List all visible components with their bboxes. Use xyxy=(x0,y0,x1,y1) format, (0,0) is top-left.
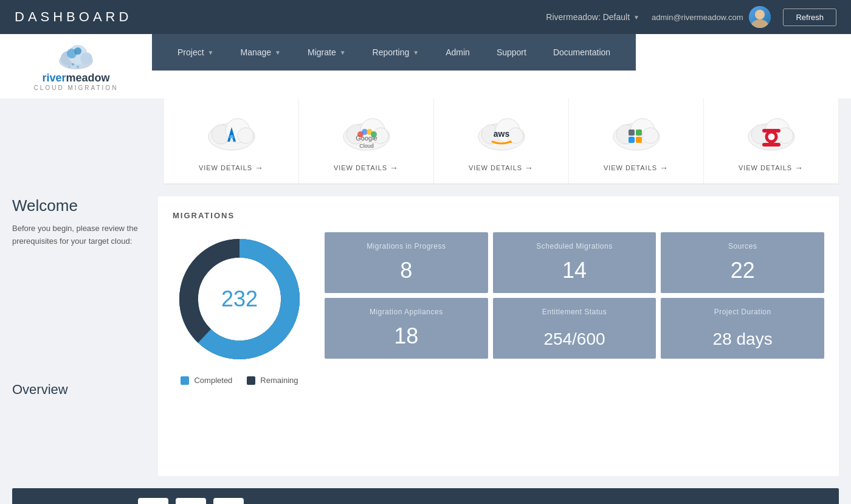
logo-cloud-icon xyxy=(55,41,97,72)
cloud-card-vmware[interactable]: VIEW DETAILS → xyxy=(569,98,704,184)
nav-project-chevron-icon: ▼ xyxy=(208,49,214,56)
welcome-text: Before you begin, please review the prer… xyxy=(12,223,146,248)
vmware-logo-icon xyxy=(609,114,664,156)
sidebar: Welcome Before you begin, please review … xyxy=(12,196,146,476)
aws-logo-icon: aws xyxy=(474,114,529,156)
svg-rect-39 xyxy=(629,137,635,143)
openstack-view-details-link[interactable]: VIEW DETAILS → xyxy=(739,159,804,176)
cloud-card-azure[interactable]: VIEW DETAILS → xyxy=(164,98,299,184)
svg-point-10 xyxy=(69,66,71,68)
main-content: Welcome Before you begin, please review … xyxy=(0,184,851,488)
azure-arrow-icon: → xyxy=(255,163,264,173)
openstack-link-text: VIEW DETAILS xyxy=(739,164,792,171)
legend-completed-box xyxy=(181,376,189,385)
logo-river: river xyxy=(42,72,66,84)
nav-item-documentation[interactable]: Documentation xyxy=(540,34,624,71)
stat-card-migrations-in-progress: Migrations in Progress 8 xyxy=(325,232,488,293)
nav-project-label: Project xyxy=(177,47,204,57)
overview-title: Overview xyxy=(12,382,146,398)
logo-sub: CLOUD MIGRATION xyxy=(34,85,119,91)
legend-remaining-label: Remaining xyxy=(260,376,298,385)
stat-card-scheduled-migrations: Scheduled Migrations 14 xyxy=(493,232,656,293)
stat-value-4: 254/600 xyxy=(543,330,605,349)
svg-rect-40 xyxy=(636,137,642,143)
svg-point-14 xyxy=(238,128,253,143)
target-cloud-vmware-icon[interactable] xyxy=(213,498,244,504)
welcome-title: Welcome xyxy=(12,196,146,215)
aws-link-text: VIEW DETAILS xyxy=(469,164,522,171)
nav-support-label: Support xyxy=(497,47,526,57)
logo-section: rivermeadow CLOUD MIGRATION xyxy=(0,34,152,98)
refresh-button[interactable]: Refresh xyxy=(783,9,836,26)
svg-point-0 xyxy=(755,10,765,19)
nav-item-reporting[interactable]: Reporting ▼ xyxy=(359,34,433,71)
nav-item-migrate[interactable]: Migrate ▼ xyxy=(294,34,359,71)
logo-brand: rivermeadow xyxy=(42,72,109,85)
nav-item-admin[interactable]: Admin xyxy=(432,34,483,71)
azure-logo-area xyxy=(204,111,259,159)
cloud-card-aws[interactable]: aws VIEW DETAILS → xyxy=(434,98,569,184)
legend-remaining-box xyxy=(247,376,255,385)
stat-label-4: Entitlement Status xyxy=(542,308,607,316)
stat-label-5: Project Duration xyxy=(714,308,771,316)
gcp-link-text: VIEW DETAILS xyxy=(334,164,387,171)
stat-label-1: Scheduled Migrations xyxy=(536,242,612,250)
logo-meadow: meadow xyxy=(66,72,110,84)
gcp-arrow-icon: → xyxy=(390,163,399,173)
cloud-strip-wrapper: VIEW DETAILS → Google Cloud xyxy=(0,98,851,184)
vmware-view-details-link[interactable]: VIEW DETAILS → xyxy=(604,159,669,176)
avatar-image xyxy=(749,6,771,28)
nav-item-support[interactable]: Support xyxy=(483,34,540,71)
svg-rect-38 xyxy=(636,129,642,136)
overview-card: MIGRATIONS xyxy=(158,196,839,476)
target-clouds-strip: TARGET CLOUDS xyxy=(12,488,839,504)
azure-logo-icon xyxy=(204,114,259,156)
azure-view-details-link[interactable]: VIEW DETAILS → xyxy=(199,159,264,176)
nav-migrate-chevron-icon: ▼ xyxy=(340,49,346,56)
svg-point-8 xyxy=(72,63,74,66)
stat-label-2: Sources xyxy=(728,242,757,250)
donut-center-value: 232 xyxy=(221,286,258,312)
stat-label-0: Migrations in Progress xyxy=(367,242,446,250)
openstack-logo-area xyxy=(744,111,799,159)
aws-arrow-icon: → xyxy=(525,163,534,173)
logo-wrapper: rivermeadow CLOUD MIGRATION xyxy=(34,41,119,91)
migrations-title: MIGRATIONS xyxy=(173,211,824,220)
gcp-view-details-link[interactable]: VIEW DETAILS → xyxy=(334,159,399,176)
target-cloud-azure-icon[interactable] xyxy=(138,498,168,504)
target-cloud-icons xyxy=(138,498,244,504)
target-cloud-gcp-icon[interactable] xyxy=(176,498,206,504)
svg-point-9 xyxy=(77,66,79,68)
aws-view-details-link[interactable]: VIEW DETAILS → xyxy=(469,159,534,176)
dashboard-title: DASHBOARD xyxy=(15,9,132,25)
gcp-logo-area: Google Cloud xyxy=(339,111,394,159)
topbar: DASHBOARD Rivermeadow: Default ▼ admin@r… xyxy=(0,0,851,34)
project-chevron-icon: ▼ xyxy=(633,14,639,21)
svg-rect-47 xyxy=(762,143,780,147)
svg-rect-37 xyxy=(629,129,635,136)
cloud-card-gcp[interactable]: Google Cloud VIEW DETAILS → xyxy=(299,98,434,184)
legend-completed: Completed xyxy=(181,376,232,385)
nav-reporting-chevron-icon: ▼ xyxy=(413,49,419,56)
user-info: admin@rivermeadow.com xyxy=(652,6,771,28)
nav-manage-chevron-icon: ▼ xyxy=(275,49,281,56)
svg-point-1 xyxy=(751,19,768,28)
nav-item-project[interactable]: Project ▼ xyxy=(164,34,227,71)
nav-item-manage[interactable]: Manage ▼ xyxy=(227,34,294,71)
main-nav: Project ▼ Manage ▼ Migrate ▼ Reporting ▼… xyxy=(152,34,636,71)
vmware-arrow-icon: → xyxy=(660,163,669,173)
stat-value-1: 14 xyxy=(562,258,587,283)
cloud-strip: VIEW DETAILS → Google Cloud xyxy=(164,98,839,184)
avatar-inner xyxy=(749,6,771,28)
vmware-logo-area xyxy=(609,111,664,159)
openstack-arrow-icon: → xyxy=(794,163,804,173)
header-area: rivermeadow CLOUD MIGRATION Project ▼ Ma… xyxy=(0,34,851,98)
cloud-card-openstack[interactable]: VIEW DETAILS → xyxy=(704,98,839,184)
project-selector[interactable]: Rivermeadow: Default ▼ xyxy=(546,12,639,22)
donut-container: 232 Completed Remaining xyxy=(173,232,306,385)
aws-logo-area: aws xyxy=(474,111,529,159)
stat-card-sources: Sources 22 xyxy=(661,232,824,293)
migrations-body: 232 Completed Remaining Migra xyxy=(173,232,824,385)
svg-text:aws: aws xyxy=(493,129,509,139)
stat-value-0: 8 xyxy=(400,258,412,283)
